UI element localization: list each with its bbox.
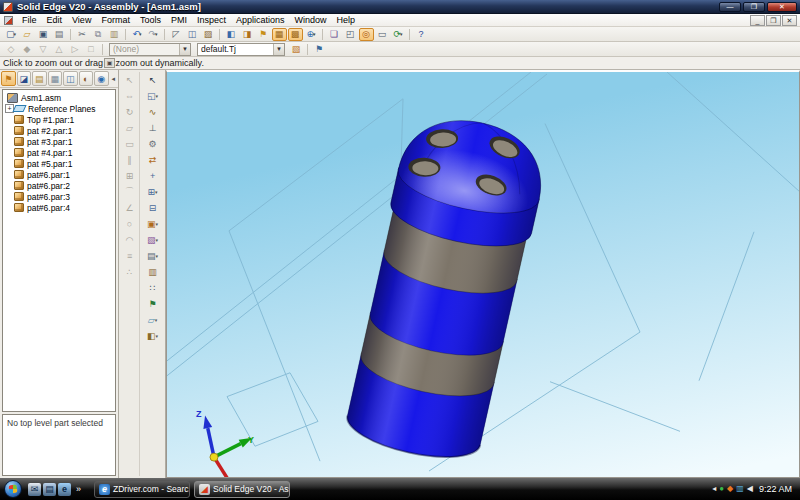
task-button[interactable]: ◢Solid Edge V20 - Ass...	[194, 481, 290, 498]
move-component-button[interactable]: +	[143, 168, 162, 183]
tab-assembly-pathfinder[interactable]: ⚑	[1, 71, 16, 86]
menu-edit[interactable]: Edit	[42, 14, 68, 26]
application-window-button[interactable]: ❏	[327, 28, 342, 41]
tree-item[interactable]: pat#6.par:1	[3, 169, 115, 180]
ground-part-button[interactable]: ⊥	[143, 120, 162, 135]
hide-component-button[interactable]: ◧	[224, 28, 239, 41]
menu-help[interactable]: Help	[332, 14, 361, 26]
tree-item[interactable]: pat#6.par:4	[3, 202, 115, 213]
tray-status-green-icon[interactable]: ●	[719, 484, 724, 494]
select-tool-button[interactable]: ↖	[143, 72, 162, 87]
mirror-components-button[interactable]: ⊟	[143, 200, 162, 215]
new-document-button[interactable]: ▢▾	[4, 28, 19, 41]
draft-select-button[interactable]: ▷	[68, 43, 83, 56]
tab-select-tools[interactable]: ◪	[17, 71, 32, 86]
menu-file[interactable]: File	[17, 14, 42, 26]
sketch-plane-button[interactable]: ▱▾	[143, 312, 162, 327]
design-review-button[interactable]: ▨	[201, 28, 216, 41]
close-button[interactable]: ✕	[767, 2, 797, 12]
mate-relationship-button[interactable]: ▱	[120, 120, 139, 135]
angle-relationship-button[interactable]: ∠	[120, 200, 139, 215]
pattern-grid-button[interactable]: ∷	[143, 280, 162, 295]
query-select-button[interactable]: ▽	[36, 43, 51, 56]
mdi-restore-button[interactable]: ❐	[766, 15, 781, 26]
cam-relationship-button[interactable]: ◠	[120, 232, 139, 247]
move-part-button[interactable]: ⇔	[120, 88, 139, 103]
pattern-components-button[interactable]: ⊞▾	[143, 184, 162, 199]
tray-volume-icon[interactable]: ◀	[747, 484, 753, 494]
copy-button[interactable]: ⧉	[91, 28, 106, 41]
tree-item[interactable]: Top #1.par:1	[3, 114, 115, 125]
pmi-model-views-button[interactable]: ⚑	[256, 28, 271, 41]
quick-launch-mail-icon[interactable]: ✉	[28, 483, 41, 496]
rotate-part-button[interactable]: ↻	[120, 104, 139, 119]
tree-item[interactable]: pat #3.par:1	[3, 136, 115, 147]
prompt-options-button[interactable]: ▣	[104, 58, 115, 68]
tree-item[interactable]: pat#6.par:3	[3, 191, 115, 202]
quick-launch-internet-explorer-icon[interactable]: e	[58, 483, 71, 496]
insert-relationship-button[interactable]: ⊞	[120, 168, 139, 183]
tab-sensors[interactable]: ◫	[63, 71, 78, 86]
menu-tools[interactable]: Tools	[135, 14, 166, 26]
tree-item-root[interactable]: Asm1.asm	[3, 92, 115, 103]
layers-button[interactable]: ▤▾	[143, 248, 162, 263]
tray-expand-chevron[interactable]: ◂	[712, 484, 716, 494]
quick-launch-overflow-chevron[interactable]: »	[76, 484, 81, 494]
axial-align-button[interactable]: ∥	[120, 152, 139, 167]
paste-button[interactable]: ▥	[107, 28, 122, 41]
zoom-area-button[interactable]: ◰	[343, 28, 358, 41]
open-document-button[interactable]: ▱	[20, 28, 35, 41]
tree-item[interactable]: pat #2.par:1	[3, 125, 115, 136]
new-window-button[interactable]: ▣▾	[143, 216, 162, 231]
replace-part-button[interactable]: ⇄	[143, 152, 162, 167]
insert-component-button[interactable]: ◫	[185, 28, 200, 41]
cut-button[interactable]: ✂	[75, 28, 90, 41]
configurations-button[interactable]: ▧	[289, 43, 304, 56]
planar-align-button[interactable]: ▭	[120, 136, 139, 151]
configuration-dropdown[interactable]: default.Tj ▼	[197, 43, 285, 56]
assemble-button[interactable]: ◱▾	[143, 88, 162, 103]
restore-button[interactable]: ❐	[743, 2, 765, 12]
tab-web[interactable]: ◉	[94, 71, 109, 86]
component-select-button[interactable]: △	[52, 43, 67, 56]
print-button[interactable]: ▤	[52, 28, 67, 41]
inspect-measure-button[interactable]: ▩	[288, 28, 303, 41]
tree-item[interactable]: +Reference Planes	[3, 103, 115, 114]
save-document-button[interactable]: ▣	[36, 28, 51, 41]
menu-format[interactable]: Format	[96, 14, 135, 26]
tree-item[interactable]: pat #5.par:1	[3, 158, 115, 169]
menu-window[interactable]: Window	[290, 14, 332, 26]
gear-relationship-button[interactable]: ⚙	[143, 136, 162, 151]
assembly-model[interactable]	[339, 108, 553, 468]
menu-view[interactable]: View	[67, 14, 96, 26]
mdi-close-button[interactable]: ✕	[782, 15, 797, 26]
style-dropdown[interactable]: (None) ▼	[109, 43, 191, 56]
tab-alternate-assemblies[interactable]: ▦	[48, 71, 63, 86]
show-component-button[interactable]: ◨	[240, 28, 255, 41]
task-button[interactable]: eZDriver.com - Searc...	[94, 481, 190, 498]
image-capture-button[interactable]: ▧▾	[143, 232, 162, 247]
zoom-out-button[interactable]: ◎	[359, 28, 374, 41]
3d-viewport[interactable]: Z Y X	[166, 70, 800, 478]
start-button[interactable]	[4, 480, 22, 498]
tray-alert-orange-icon[interactable]: ◆	[727, 484, 733, 494]
quick-launch-show-desktop-icon[interactable]: ▤	[43, 483, 56, 496]
tab-animation[interactable]: ◐	[79, 71, 94, 86]
top-level-select-button[interactable]: ◆	[20, 43, 35, 56]
activate-all-button[interactable]: ⚑	[312, 43, 327, 56]
zone-select-button[interactable]: □	[84, 43, 99, 56]
minimize-button[interactable]: —	[719, 2, 741, 12]
context-help-button[interactable]: ?	[414, 28, 429, 41]
tab-parts-library[interactable]: ▤	[32, 71, 47, 86]
menu-pmi[interactable]: PMI	[166, 14, 192, 26]
tray-network-icon[interactable]: ▥	[736, 484, 744, 494]
rotate-view-button[interactable]: ⟳▾	[391, 28, 406, 41]
parallel-relationship-button[interactable]: ≡	[120, 248, 139, 263]
part-painter-button[interactable]: ◧▾	[143, 328, 162, 343]
select-mode-button[interactable]: ◇	[4, 43, 19, 56]
flashfit-button[interactable]: ↖	[120, 72, 139, 87]
collaborate-button[interactable]: ⚑	[143, 296, 162, 311]
web-publish-button[interactable]: ⊕▾	[304, 28, 319, 41]
mdi-minimize-button[interactable]: _	[750, 15, 765, 26]
fastener-systems-button[interactable]: ∿	[143, 104, 162, 119]
